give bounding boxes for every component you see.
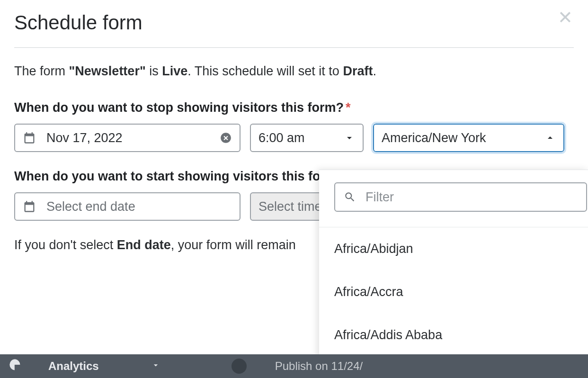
timezone-value: America/New York: [382, 131, 486, 145]
analytics-label[interactable]: Analytics: [48, 360, 99, 373]
start-date-input[interactable]: Select end date: [14, 192, 241, 221]
help-icon[interactable]: [232, 359, 247, 374]
analytics-icon: [9, 358, 22, 374]
timezone-option[interactable]: Africa/Abidjan: [319, 227, 588, 270]
timezone-filter-input[interactable]: [365, 190, 578, 205]
calendar-icon: [23, 200, 36, 213]
status-line: The form "Newsletter" is Live. This sche…: [14, 64, 574, 79]
required-mark: *: [346, 100, 351, 115]
stop-date-input[interactable]: Nov 17, 2022: [14, 124, 241, 152]
close-button[interactable]: ✕: [558, 9, 573, 27]
timezone-option[interactable]: Africa/Accra: [319, 270, 588, 314]
footer-bar: Analytics Publish on 11/24/: [0, 354, 588, 378]
start-date-placeholder: Select end date: [46, 199, 232, 214]
publish-date-text: Publish on 11/24/: [275, 360, 363, 373]
stop-question-label: When do you want to stop showing visitor…: [14, 100, 574, 115]
timezone-select[interactable]: America/New York: [373, 124, 564, 152]
timezone-dropdown-panel: Africa/Abidjan Africa/Accra Africa/Addis…: [319, 170, 588, 378]
clear-date-button[interactable]: [220, 132, 232, 144]
stop-date-value: Nov 17, 2022: [46, 131, 209, 145]
stop-time-select[interactable]: 6:00 am: [250, 124, 364, 152]
schedule-form-modal: ✕ Schedule form The form "Newsletter" is…: [0, 0, 588, 378]
start-time-placeholder: Select time: [258, 199, 322, 214]
modal-title: Schedule form: [14, 11, 574, 34]
chevron-down-icon: [344, 132, 355, 144]
calendar-icon: [23, 131, 36, 144]
timezone-filter-field[interactable]: [334, 182, 587, 212]
stop-time-value: 6:00 am: [258, 131, 305, 145]
chevron-up-icon: [544, 132, 556, 144]
divider: [14, 47, 574, 48]
timezone-option[interactable]: Africa/Addis Ababa: [319, 314, 588, 357]
close-icon: ✕: [558, 8, 573, 27]
chevron-down-icon[interactable]: [151, 360, 160, 373]
stop-row: Nov 17, 2022 6:00 am America/New York: [14, 124, 574, 152]
search-icon: [344, 191, 356, 203]
